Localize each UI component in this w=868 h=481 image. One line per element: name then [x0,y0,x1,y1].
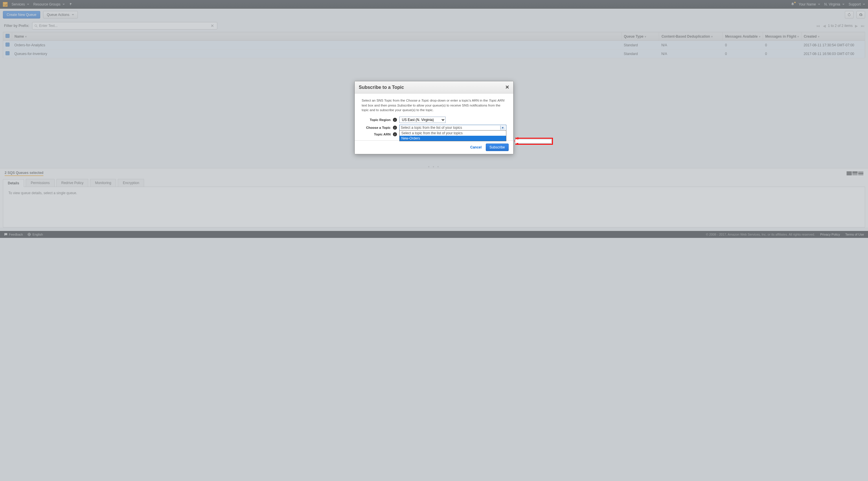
modal-header: Subscribe to a Topic ✕ [355,81,513,93]
subscribe-modal: Subscribe to a Topic ✕ Select an SNS Top… [354,81,514,154]
annotation-arrow-icon [515,138,553,145]
topic-arn-label: Topic ARN [362,132,391,136]
topic-region-select[interactable]: US East (N. Virginia) [399,117,445,123]
modal-overlay: Subscribe to a Topic ✕ Select an SNS Top… [0,0,868,481]
cancel-button[interactable]: Cancel [470,145,482,149]
modal-footer: Cancel Subscribe [355,140,513,154]
info-icon[interactable]: i [393,132,397,136]
modal-close-icon[interactable]: ✕ [505,84,509,90]
modal-help-text: Select an SNS Topic from the Choose a To… [362,98,506,113]
info-icon[interactable]: i [393,118,397,122]
choose-topic-value: Select a topic from the list of your top… [401,126,500,130]
modal-title: Subscribe to a Topic [359,85,404,90]
info-icon[interactable]: i [393,126,397,130]
choose-topic-dropdown: Select a topic from the list of your top… [399,130,506,141]
topic-option[interactable]: Select a topic from the list of your top… [400,130,506,136]
topic-region-label: Topic Region [362,118,391,122]
choose-topic-select[interactable]: Select a topic from the list of your top… [399,125,506,130]
choose-topic-label: Choose a Topic [362,126,391,129]
chevron-down-icon: ▼ [500,126,505,130]
subscribe-button[interactable]: Subscribe [486,144,509,151]
topic-option[interactable]: New-Orders [400,136,506,141]
